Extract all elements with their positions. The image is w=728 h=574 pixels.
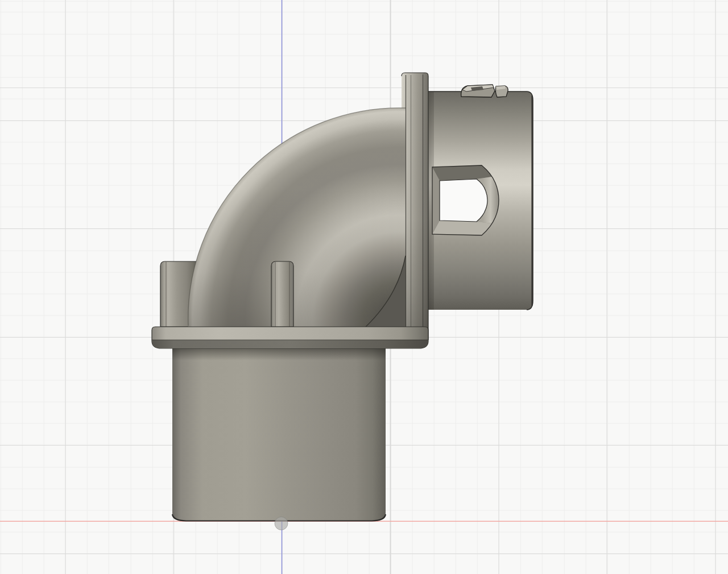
mounting-tab-right[interactable] [271, 261, 293, 327]
inlet-pipe[interactable] [172, 348, 386, 521]
base-flange-plate[interactable] [152, 327, 428, 348]
cad-viewport[interactable] [0, 0, 728, 574]
elbow-body[interactable] [188, 75, 411, 339]
pipe-elbow-model[interactable] [152, 73, 533, 521]
origin-marker[interactable] [275, 517, 288, 530]
retaining-clip[interactable] [461, 85, 508, 97]
side-window-cutout[interactable] [432, 165, 499, 235]
model-canvas[interactable] [0, 0, 728, 574]
